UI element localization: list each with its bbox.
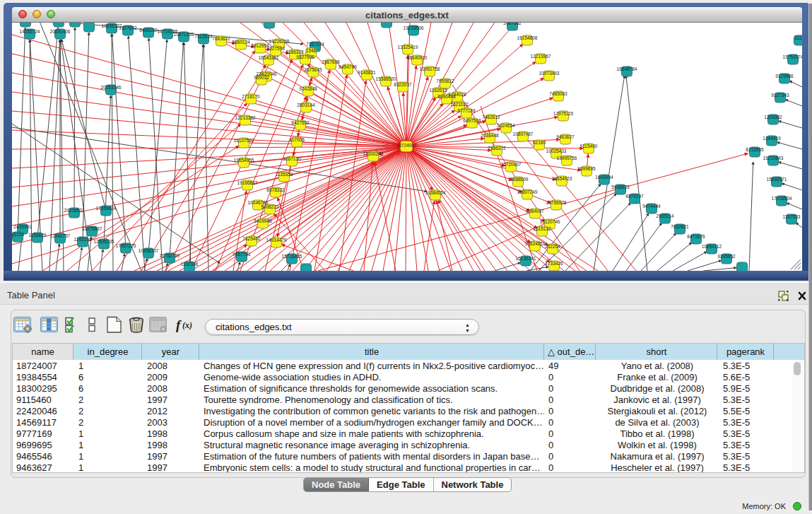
svg-text:19218506: 19218506 — [404, 25, 424, 30]
svg-text:6879197: 6879197 — [625, 194, 644, 199]
svg-text:6466160: 6466160 — [139, 28, 158, 33]
svg-text:17957225: 17957225 — [116, 243, 136, 248]
svg-text:1546: 1546 — [306, 48, 317, 53]
svg-text:16107552: 16107552 — [234, 138, 254, 143]
svg-text:6497568: 6497568 — [463, 118, 481, 123]
svg-text:1192346: 1192346 — [181, 262, 199, 267]
svg-text:8454749: 8454749 — [339, 64, 357, 69]
svg-text:19166827: 19166827 — [237, 180, 258, 185]
svg-text:18724007: 18724007 — [396, 143, 417, 148]
svg-text:8186328: 8186328 — [286, 49, 304, 54]
svg-text:9227343: 9227343 — [771, 93, 789, 98]
svg-text:2935114: 2935114 — [657, 214, 674, 218]
svg-text:9146821: 9146821 — [358, 70, 376, 75]
svg-text:2036448: 2036448 — [481, 133, 499, 138]
svg-text:12942757: 12942757 — [50, 233, 71, 238]
svg-text:10961758: 10961758 — [420, 66, 440, 71]
svg-text:5938923: 5938923 — [611, 185, 630, 189]
svg-text:989012: 989012 — [254, 75, 269, 80]
svg-text:7625402: 7625402 — [242, 236, 261, 241]
svg-text:19654955: 19654955 — [234, 158, 254, 163]
svg-text:9777169: 9777169 — [457, 108, 476, 113]
svg-text:1145194: 1145194 — [74, 237, 92, 242]
svg-text:14055724: 14055724 — [20, 29, 40, 34]
svg-text:7357224: 7357224 — [306, 42, 324, 47]
svg-text:15300293: 15300293 — [363, 151, 384, 156]
svg-text:1244419: 1244419 — [763, 136, 781, 141]
svg-text:1112: 1112 — [794, 35, 802, 40]
svg-text:3267130: 3267130 — [283, 156, 301, 161]
svg-text:19384554: 19384554 — [425, 190, 446, 195]
svg-text:10958107: 10958107 — [139, 248, 159, 253]
svg-text:10671355: 10671355 — [174, 32, 194, 37]
svg-text:19654923: 19654923 — [552, 176, 572, 181]
svg-text:15136141: 15136141 — [516, 256, 536, 261]
svg-text:1527602: 1527602 — [119, 25, 137, 30]
svg-text:9245652: 9245652 — [717, 254, 736, 259]
svg-text:2803144: 2803144 — [297, 103, 315, 107]
svg-text:2435061: 2435061 — [13, 224, 32, 229]
svg-text:8215955: 8215955 — [746, 147, 764, 152]
svg-text:13495756: 13495756 — [557, 156, 577, 160]
svg-text:1640954: 1640954 — [595, 175, 613, 180]
svg-text:10688609: 10688609 — [508, 177, 529, 182]
svg-text:9084067: 9084067 — [526, 209, 544, 214]
svg-text:12213967: 12213967 — [531, 54, 551, 59]
svg-text:2718170: 2718170 — [242, 94, 260, 99]
svg-text:17359924: 17359924 — [96, 206, 117, 211]
svg-text:9327503: 9327503 — [266, 46, 285, 51]
svg-text:33154: 33154 — [12, 232, 24, 237]
svg-text:1733426: 1733426 — [545, 261, 563, 266]
svg-text:20206533: 20206533 — [64, 208, 85, 213]
svg-text:10025433: 10025433 — [546, 148, 567, 153]
svg-text:9463627: 9463627 — [556, 134, 575, 139]
svg-text:(x): (x) — [182, 320, 192, 330]
svg-text:13325419: 13325419 — [398, 45, 418, 49]
svg-text:16210643: 16210643 — [763, 156, 784, 160]
svg-text:9699695: 9699695 — [577, 166, 596, 171]
svg-text:7955812: 7955812 — [436, 78, 454, 83]
svg-text:16053809: 16053809 — [259, 23, 280, 23]
svg-text:9327508: 9327508 — [296, 54, 314, 59]
svg-text:1615132: 1615132 — [533, 226, 551, 231]
svg-text:3675645: 3675645 — [304, 67, 322, 72]
svg-text:15720407: 15720407 — [501, 162, 522, 167]
svg-text:9242848: 9242848 — [299, 86, 317, 91]
svg-text:f: f — [176, 317, 182, 332]
svg-text:1621022: 1621022 — [450, 102, 469, 107]
svg-text:12213382: 12213382 — [235, 115, 256, 120]
svg-text:12975115: 12975115 — [553, 111, 574, 116]
svg-text:16648784: 16648784 — [617, 66, 637, 71]
svg-text:7515524: 7515524 — [194, 34, 213, 39]
svg-text:417006: 417006 — [289, 137, 305, 142]
svg-text:15751074: 15751074 — [783, 54, 802, 59]
svg-text:9115460: 9115460 — [580, 144, 598, 148]
svg-text:2087682: 2087682 — [503, 23, 522, 25]
svg-text:18807249: 18807249 — [517, 189, 538, 194]
svg-text:15388520: 15388520 — [376, 76, 396, 81]
svg-text:8471676: 8471676 — [687, 234, 705, 239]
svg-text:16120746: 16120746 — [540, 219, 560, 224]
svg-text:7986372: 7986372 — [488, 146, 506, 151]
svg-text:1167533: 1167533 — [783, 214, 801, 219]
svg-text:7632621: 7632621 — [671, 224, 689, 229]
svg-text:5409948: 5409948 — [254, 218, 272, 223]
svg-text:1135359: 1135359 — [276, 172, 293, 177]
svg-text:20053346: 20053346 — [101, 85, 122, 90]
svg-text:12505135: 12505135 — [94, 239, 114, 244]
svg-text:3024554: 3024554 — [497, 123, 515, 128]
svg-text:18640910: 18640910 — [407, 55, 428, 60]
svg-text:16543362: 16543362 — [259, 55, 279, 60]
svg-text:8322037: 8322037 — [394, 82, 412, 87]
svg-text:13226058: 13226058 — [269, 39, 290, 44]
svg-text:20691406: 20691406 — [50, 29, 71, 34]
svg-text:10973493: 10973493 — [539, 71, 560, 76]
svg-text:33975667: 33975667 — [82, 226, 102, 231]
svg-text:19756928: 19756928 — [546, 200, 567, 205]
svg-text:1156829: 1156829 — [29, 233, 47, 238]
svg-text:9474444: 9474444 — [642, 204, 661, 209]
svg-text:15716485: 15716485 — [282, 254, 302, 259]
svg-text:10807487: 10807487 — [513, 132, 534, 136]
svg-text:14914479: 14914479 — [266, 238, 287, 243]
svg-text:5498222: 5498222 — [261, 204, 279, 209]
